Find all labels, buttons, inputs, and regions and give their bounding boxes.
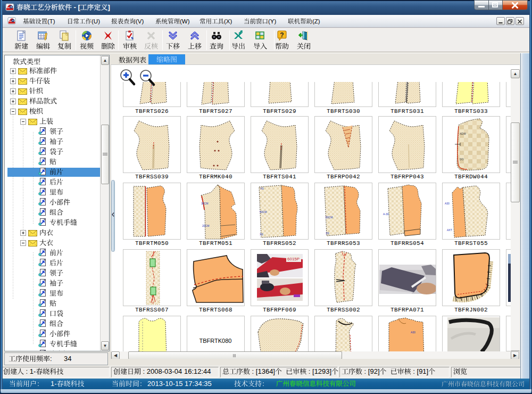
svg-text:XS: XS <box>260 187 264 190</box>
svg-text:XS: XS <box>326 232 329 235</box>
svg-text:(Z): (Z) <box>312 18 320 24</box>
svg-text:DO: DO <box>460 158 464 161</box>
svg-text:A-30: A-30 <box>383 212 389 216</box>
svg-text:?: ? <box>280 31 284 39</box>
svg-text:(T): (T) <box>47 18 55 24</box>
svg-text:50CM: 50CM <box>260 210 267 214</box>
svg-text:TBFRTK080: TBFRTK080 <box>200 338 232 344</box>
svg-text:A30: A30 <box>411 331 415 334</box>
svg-text:30CM: 30CM <box>201 202 208 205</box>
svg-text:(Y): (Y) <box>268 18 277 24</box>
svg-text:A30: A30 <box>445 202 450 205</box>
svg-text:20CM: 20CM <box>202 224 209 227</box>
svg-text:50CM: 50CM <box>326 216 332 219</box>
svg-text:]: ] <box>108 4 110 11</box>
svg-text:: [91]: : [91] <box>411 368 429 375</box>
svg-text:ADW: ADW <box>460 132 466 135</box>
svg-text:: 1-: : 1- <box>24 368 36 375</box>
svg-text:: [1293]: : [1293] <box>306 368 331 375</box>
svg-text:(X): (X) <box>224 18 232 24</box>
svg-text:(V): (V) <box>136 18 144 24</box>
svg-text:6015P: 6015P <box>287 257 300 261</box>
svg-text:: [92]: : [92] <box>362 368 380 375</box>
svg-text:(W): (W) <box>180 18 190 24</box>
svg-text:2013-10-15 17:34:35: 2013-10-15 17:34:35 <box>147 380 212 388</box>
svg-text:(U): (U) <box>92 18 100 24</box>
svg-text:1-: 1- <box>51 380 57 388</box>
svg-text:AXT: AXT <box>447 228 452 232</box>
svg-text:XS: XS <box>260 233 263 236</box>
svg-text:34: 34 <box>64 355 71 363</box>
svg-text:- [: - [ <box>72 4 81 11</box>
svg-text::: : <box>50 355 52 363</box>
svg-text:: 2008-03-04 16:12:44: : 2008-03-04 16:12:44 <box>141 368 211 375</box>
svg-text:: [1364]: : [1364] <box>250 368 275 375</box>
